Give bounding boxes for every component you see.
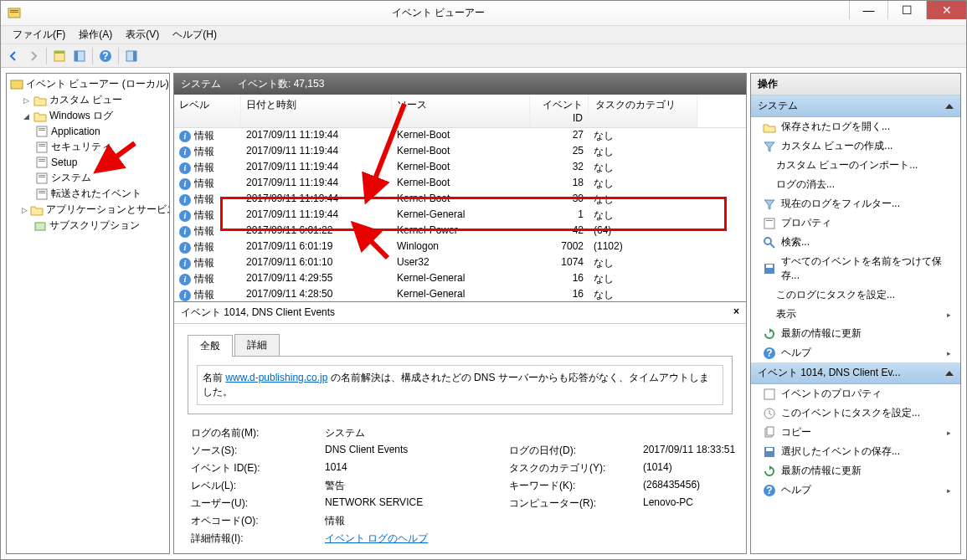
tree-forwarded[interactable]: 転送されたイベント: [8, 186, 167, 202]
back-button[interactable]: [4, 47, 23, 65]
svg-rect-12: [37, 126, 47, 136]
tree-app-svc-logs[interactable]: ▷ アプリケーションとサービス ログ: [8, 202, 167, 218]
tree-custom-views[interactable]: ▷ カスタム ビュー: [8, 92, 167, 108]
table-row[interactable]: i情報2017/09/11 11:19:44Kernel-Boot32なし: [174, 160, 746, 176]
val-keywords: (268435456): [643, 479, 746, 493]
find-icon: [763, 236, 776, 249]
table-row[interactable]: i情報2017/09/11 4:28:50Kernel-General16なし: [174, 287, 746, 301]
col-level[interactable]: レベル: [174, 95, 241, 127]
col-id[interactable]: イベント ID: [530, 95, 589, 127]
table-row[interactable]: i情報2017/09/11 11:19:44Kernel-Boot30なし: [174, 192, 746, 208]
expander-icon[interactable]: ▷: [22, 95, 31, 105]
action-view[interactable]: 表示▸: [751, 305, 960, 324]
action-clear-log[interactable]: ログの消去...: [751, 175, 960, 194]
tab-general[interactable]: 全般: [188, 335, 233, 357]
app-icon: [8, 7, 21, 20]
tree-application[interactable]: Application: [8, 124, 167, 139]
event-grid[interactable]: レベル 日付と時刻 ソース イベント ID タスクのカテゴリ i情報2017/0…: [174, 95, 746, 301]
center-pane: システム イベント数: 47,153 レベル 日付と時刻 ソース イベント ID…: [173, 73, 747, 554]
action-create-custom-view[interactable]: カスタム ビューの作成...: [751, 136, 960, 156]
action-filter-log[interactable]: 現在のログをフィルター...: [751, 194, 960, 213]
val-computer: Lenovo-PC: [643, 496, 746, 511]
table-row[interactable]: i情報2017/09/11 4:29:55Kernel-General16なし: [174, 271, 746, 287]
table-row[interactable]: i情報2017/09/11 6:01:19Winlogon7002(1102): [174, 239, 746, 255]
log-icon: [35, 188, 49, 201]
action-attach-task-event[interactable]: このイベントにタスクを設定...: [751, 403, 960, 423]
chevron-right-icon: ▸: [947, 311, 954, 319]
collapse-icon: [945, 104, 954, 109]
menu-view[interactable]: 表示(V): [119, 26, 166, 44]
menu-action[interactable]: 操作(A): [72, 26, 119, 44]
col-date[interactable]: 日付と時刻: [241, 95, 392, 127]
expander-icon[interactable]: ◢: [22, 111, 31, 121]
lbl-log-name: ログの名前(M):: [191, 426, 325, 440]
refresh-icon: [763, 327, 776, 341]
detail-close-button[interactable]: ×: [733, 306, 739, 320]
chevron-right-icon: ▸: [947, 349, 954, 357]
tree-label: セキュリティ: [51, 140, 111, 154]
tree-setup[interactable]: Setup: [8, 155, 167, 170]
forward-button[interactable]: [24, 47, 43, 65]
action-attach-task-log[interactable]: このログにタスクを設定...: [751, 285, 960, 305]
table-row[interactable]: i情報2017/09/11 11:19:44Kernel-General1なし: [174, 208, 746, 223]
action-pane-button[interactable]: [122, 47, 141, 65]
table-row[interactable]: i情報2017/09/11 6:01:22Kernel-Power42(64): [174, 223, 746, 239]
help-icon: ?: [763, 484, 776, 497]
svg-rect-25: [39, 191, 45, 192]
action-refresh[interactable]: 最新の情報に更新: [751, 324, 960, 343]
action-save-all[interactable]: すべてのイベントを名前をつけて保存...: [751, 252, 960, 285]
table-row[interactable]: i情報2017/09/11 11:19:44Kernel-Boot18なし: [174, 176, 746, 192]
tree-windows-logs[interactable]: ◢ Windows ログ: [8, 108, 167, 124]
msg-link[interactable]: www.d-publishing.co.jp: [225, 372, 327, 383]
detail-properties: ログの名前(M): システム ソース(S): DNS Client Events…: [188, 423, 733, 549]
action-save-selected[interactable]: 選択したイベントの保存...: [751, 442, 960, 461]
more-info-link[interactable]: イベント ログのヘルプ: [325, 532, 428, 544]
tree-subscriptions[interactable]: サブスクリプション: [8, 218, 167, 234]
expander-icon[interactable]: ▷: [22, 205, 28, 214]
tree-system[interactable]: システム: [8, 170, 167, 186]
svg-rect-1: [10, 10, 18, 11]
col-cat[interactable]: タスクのカテゴリ: [589, 95, 697, 127]
menu-help[interactable]: ヘルプ(H): [166, 26, 224, 44]
svg-rect-31: [766, 220, 773, 221]
minimize-button[interactable]: —: [849, 1, 887, 19]
svg-rect-43: [767, 427, 774, 435]
action-find[interactable]: 検索...: [751, 233, 960, 252]
tree-root[interactable]: イベント ビューアー (ローカル): [8, 76, 167, 92]
menubar: ファイル(F) 操作(A) 表示(V) ヘルプ(H): [1, 26, 966, 44]
lbl-logged: ログの日付(D):: [509, 444, 643, 458]
detail-title: イベント 1014, DNS Client Events ×: [174, 302, 746, 324]
table-row[interactable]: i情報2017/09/11 6:01:10User321074なし: [174, 255, 746, 271]
tab-detail[interactable]: 詳細: [234, 334, 280, 356]
tree-pane[interactable]: イベント ビューアー (ローカル) ▷ カスタム ビュー ◢ Windows ロ…: [6, 73, 170, 554]
menu-file[interactable]: ファイル(F): [6, 26, 72, 44]
tree-label: アプリケーションとサービス ログ: [46, 203, 170, 217]
action-event-properties[interactable]: イベントのプロパティ: [751, 384, 960, 403]
action-help[interactable]: ?ヘルプ▸: [751, 343, 960, 362]
grid-body[interactable]: i情報2017/09/11 11:19:44Kernel-Boot27なしi情報…: [174, 128, 746, 301]
action-properties[interactable]: プロパティ: [751, 213, 960, 233]
table-row[interactable]: i情報2017/09/11 11:19:44Kernel-Boot25なし: [174, 144, 746, 160]
show-tree-button[interactable]: [50, 47, 69, 65]
tree-security[interactable]: セキュリティ: [8, 139, 167, 155]
action-open-saved-log[interactable]: 保存されたログを開く...: [751, 117, 960, 136]
action-copy[interactable]: コピー▸: [751, 423, 960, 442]
maximize-button[interactable]: ☐: [887, 1, 926, 19]
action-import-custom-view[interactable]: カスタム ビューのインポート...: [751, 156, 960, 175]
filter-icon: [763, 198, 776, 211]
properties-button[interactable]: [70, 47, 89, 65]
info-icon: i: [179, 146, 191, 158]
action-help2[interactable]: ?ヘルプ▸: [751, 480, 960, 500]
svg-rect-20: [39, 161, 45, 162]
info-icon: i: [179, 131, 191, 142]
actions-section-system[interactable]: システム: [751, 95, 960, 117]
tree-label: Application: [51, 126, 100, 137]
help-button[interactable]: ?: [96, 47, 115, 65]
close-button[interactable]: ✕: [926, 1, 966, 19]
svg-rect-10: [133, 51, 136, 61]
actions-section-event[interactable]: イベント 1014, DNS Client Ev...: [751, 362, 960, 384]
col-source[interactable]: ソース: [392, 95, 530, 127]
center-header: システム イベント数: 47,153: [174, 74, 746, 95]
table-row[interactable]: i情報2017/09/11 11:19:44Kernel-Boot27なし: [174, 128, 746, 144]
action-refresh2[interactable]: 最新の情報に更新: [751, 461, 960, 480]
